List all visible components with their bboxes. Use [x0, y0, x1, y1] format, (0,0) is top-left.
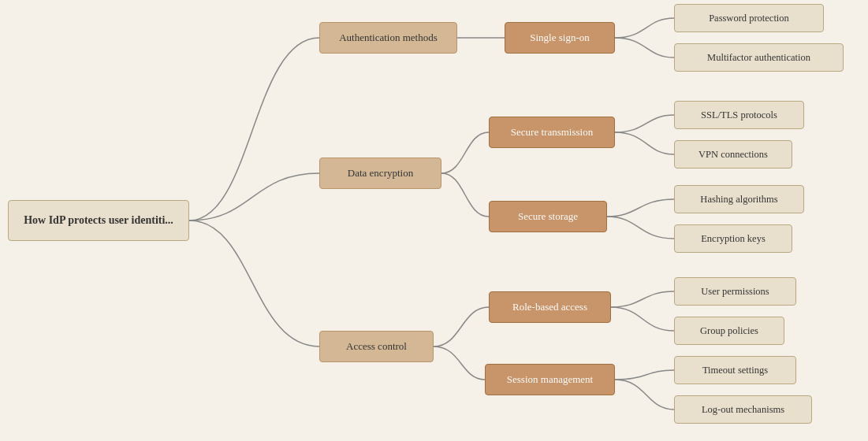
- session-management-node: Session management: [485, 364, 615, 395]
- sso-node: Single sign-on: [505, 22, 615, 54]
- enc-keys-label: Encryption keys: [701, 232, 766, 245]
- mfa-label: Multifactor authentication: [707, 51, 810, 64]
- root-node: How IdP protects user identiti...: [8, 200, 189, 241]
- access-control-label: Access control: [346, 340, 407, 354]
- mfa-node: Multifactor authentication: [674, 43, 844, 72]
- auth-methods-node: Authentication methods: [319, 22, 457, 54]
- user-permissions-label: User permissions: [701, 285, 769, 298]
- role-based-access-node: Role-based access: [489, 291, 611, 323]
- ssl-label: SSL/TLS protocols: [701, 109, 777, 121]
- mindmap-container: How IdP protects user identiti... Authen…: [0, 0, 868, 441]
- hashing-node: Hashing algorithms: [674, 185, 804, 213]
- role-based-access-label: Role-based access: [512, 301, 587, 314]
- root-label: How IdP protects user identiti...: [24, 213, 173, 228]
- secure-storage-label: Secure storage: [518, 210, 578, 224]
- vpn-node: VPN connections: [674, 140, 792, 169]
- session-management-label: Session management: [507, 373, 593, 387]
- sso-label: Single sign-on: [530, 32, 589, 45]
- access-control-node: Access control: [319, 331, 434, 362]
- vpn-label: VPN connections: [698, 148, 768, 161]
- auth-methods-label: Authentication methods: [339, 32, 438, 45]
- password-protection-node: Password protection: [674, 4, 824, 32]
- secure-transmission-label: Secure transmission: [511, 126, 593, 139]
- logout-mechanisms-node: Log-out mechanisms: [674, 395, 812, 424]
- secure-transmission-node: Secure transmission: [489, 117, 615, 148]
- ssl-node: SSL/TLS protocols: [674, 101, 804, 129]
- timeout-settings-label: Timeout settings: [702, 364, 768, 376]
- secure-storage-node: Secure storage: [489, 201, 607, 232]
- data-encryption-label: Data encryption: [348, 167, 413, 180]
- user-permissions-node: User permissions: [674, 277, 796, 306]
- group-policies-label: Group policies: [700, 324, 758, 337]
- hashing-label: Hashing algorithms: [700, 193, 777, 206]
- group-policies-node: Group policies: [674, 317, 784, 345]
- password-protection-label: Password protection: [709, 12, 789, 24]
- enc-keys-node: Encryption keys: [674, 224, 792, 253]
- timeout-settings-node: Timeout settings: [674, 356, 796, 384]
- data-encryption-node: Data encryption: [319, 158, 441, 189]
- logout-mechanisms-label: Log-out mechanisms: [702, 403, 784, 416]
